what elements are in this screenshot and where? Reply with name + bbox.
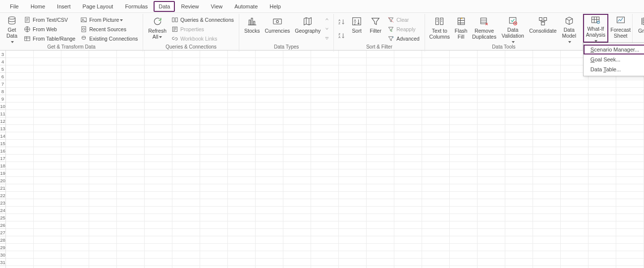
grid-cell[interactable]: [561, 140, 589, 147]
grid-cell[interactable]: [283, 147, 311, 155]
grid-cell[interactable]: [367, 110, 394, 117]
row-header[interactable]: 30: [0, 251, 5, 259]
grid-cell[interactable]: [117, 214, 145, 221]
grid-cell[interactable]: [283, 95, 311, 103]
grid-cell[interactable]: [478, 214, 505, 221]
group-button[interactable]: Group: [636, 15, 644, 44]
grid-cell[interactable]: [200, 236, 228, 244]
grid-cell[interactable]: [228, 110, 256, 117]
grid-cell[interactable]: [505, 207, 533, 214]
tab-help[interactable]: Help: [264, 1, 287, 12]
grid-cell[interactable]: [6, 103, 34, 110]
grid-cell[interactable]: [533, 58, 561, 65]
grid-cell[interactable]: [311, 177, 339, 184]
grid-cell[interactable]: [505, 229, 533, 236]
grid-cell[interactable]: [89, 207, 117, 214]
grid-cell[interactable]: [117, 103, 145, 110]
grid-cell[interactable]: [422, 125, 450, 132]
grid-cell[interactable]: [367, 125, 394, 132]
grid-cell[interactable]: [478, 244, 505, 251]
grid-cell[interactable]: [367, 177, 394, 184]
grid-cell[interactable]: [478, 125, 505, 132]
grid-cell[interactable]: [478, 207, 505, 214]
grid-cell[interactable]: [34, 199, 61, 207]
row-header[interactable]: 24: [0, 207, 5, 214]
grid-cell[interactable]: [117, 251, 145, 259]
grid-cell[interactable]: [311, 229, 339, 236]
grid-cell[interactable]: [117, 140, 145, 147]
grid-cell[interactable]: [145, 51, 172, 58]
grid-cell[interactable]: [6, 184, 34, 192]
grid-cell[interactable]: [145, 125, 172, 132]
grid-cell[interactable]: [367, 207, 394, 214]
grid-cell[interactable]: [283, 58, 311, 65]
grid-cell[interactable]: [311, 244, 339, 251]
grid-cell[interactable]: [172, 110, 200, 117]
grid-cell[interactable]: [228, 155, 256, 162]
grid-cell[interactable]: [172, 266, 200, 268]
grid-cell[interactable]: [422, 51, 450, 58]
row-header[interactable]: 23: [0, 199, 5, 207]
grid-cell[interactable]: [256, 125, 283, 132]
grid-cell[interactable]: [478, 236, 505, 244]
row-header[interactable]: 20: [0, 177, 5, 184]
grid-cell[interactable]: [6, 117, 34, 125]
grid-cell[interactable]: [367, 73, 394, 80]
row-header[interactable]: 7: [0, 80, 5, 88]
grid-cell[interactable]: [172, 132, 200, 140]
grid-cell[interactable]: [145, 207, 172, 214]
grid-cell[interactable]: [34, 214, 61, 221]
grid-cell[interactable]: [367, 58, 394, 65]
grid-cell[interactable]: [200, 177, 228, 184]
grid-cell[interactable]: [117, 244, 145, 251]
grid-cell[interactable]: [339, 199, 367, 207]
grid-cell[interactable]: [145, 162, 172, 169]
grid-cell[interactable]: [450, 184, 478, 192]
grid-cell[interactable]: [561, 95, 589, 103]
grid-cell[interactable]: [34, 132, 61, 140]
grid-cell[interactable]: [256, 169, 283, 177]
grid-cell[interactable]: [367, 199, 394, 207]
grid-cell[interactable]: [283, 259, 311, 266]
get-data-button[interactable]: Get Data: [3, 15, 21, 44]
existing-connections-button[interactable]: Existing Connections: [78, 34, 140, 43]
grid-cell[interactable]: [200, 88, 228, 95]
grid-cell[interactable]: [589, 236, 616, 244]
grid-cell[interactable]: [89, 132, 117, 140]
tab-file[interactable]: File: [4, 1, 25, 12]
grid-cell[interactable]: [533, 73, 561, 80]
grid-cell[interactable]: [117, 236, 145, 244]
grid-cell[interactable]: [311, 251, 339, 259]
grid-cell[interactable]: [561, 244, 589, 251]
grid-cell[interactable]: [367, 266, 394, 268]
grid-cell[interactable]: [367, 221, 394, 229]
grid-cell[interactable]: [117, 95, 145, 103]
grid-cell[interactable]: [172, 80, 200, 88]
grid-cell[interactable]: [256, 207, 283, 214]
grid-cell[interactable]: [533, 266, 561, 268]
grid-cell[interactable]: [616, 147, 644, 155]
grid-cell[interactable]: [89, 199, 117, 207]
grid-cell[interactable]: [61, 65, 89, 73]
grid-cell[interactable]: [533, 88, 561, 95]
grid-cell[interactable]: [616, 169, 644, 177]
grid-cell[interactable]: [89, 244, 117, 251]
grid-cell[interactable]: [478, 266, 505, 268]
grid-cell[interactable]: [394, 117, 422, 125]
grid-cell[interactable]: [616, 155, 644, 162]
grid-cell[interactable]: [34, 51, 61, 58]
grid-cell[interactable]: [117, 155, 145, 162]
grid-cell[interactable]: [505, 65, 533, 73]
grid-cell[interactable]: [450, 229, 478, 236]
row-header[interactable]: 26: [0, 221, 5, 229]
grid-cell[interactable]: [283, 132, 311, 140]
grid-cell[interactable]: [6, 95, 34, 103]
grid-cell[interactable]: [256, 80, 283, 88]
grid-cell[interactable]: [367, 103, 394, 110]
grid-cell[interactable]: [61, 80, 89, 88]
grid-cell[interactable]: [256, 147, 283, 155]
grid-cell[interactable]: [256, 155, 283, 162]
grid-cell[interactable]: [394, 65, 422, 73]
grid-cell[interactable]: [145, 140, 172, 147]
grid-cell[interactable]: [339, 184, 367, 192]
